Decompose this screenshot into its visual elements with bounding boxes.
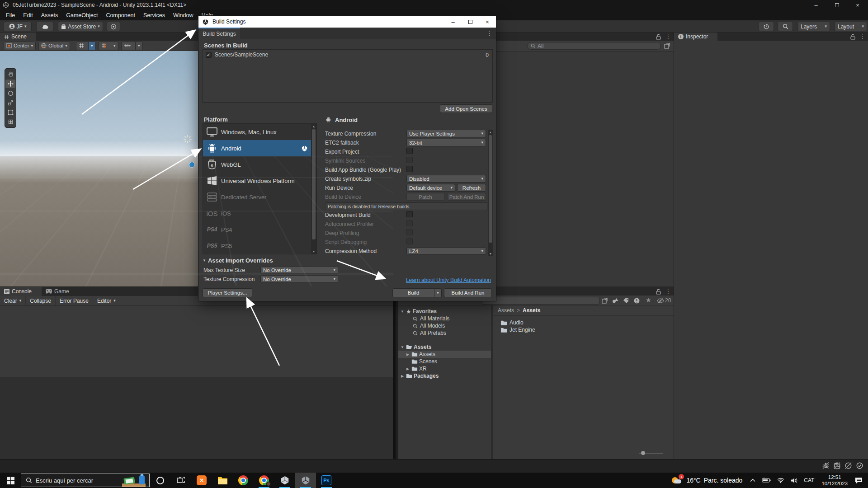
pane-menu-icon[interactable]: ⋮ xyxy=(665,288,671,295)
development-build-checkbox[interactable] xyxy=(406,211,413,217)
directional-light-gizmo[interactable] xyxy=(183,135,192,144)
wifi-icon[interactable] xyxy=(774,478,788,483)
tree-item-favorites[interactable]: ▼ ★ Favorites xyxy=(398,308,491,315)
tree-item-packages[interactable]: ▶ Packages xyxy=(398,372,491,380)
platform-item-windows[interactable]: Windows, Mac, Linux xyxy=(203,124,311,140)
volume-icon[interactable] xyxy=(788,478,801,483)
platform-item-android[interactable]: Android xyxy=(203,140,311,156)
platform-item-ios[interactable]: iOS iOS xyxy=(203,205,311,221)
pane-menu-icon[interactable]: ⋮ xyxy=(665,33,671,40)
weather-widget[interactable]: 1 16°C Parc. soleado xyxy=(667,475,747,485)
log-filter-icon[interactable] xyxy=(634,298,640,304)
rect-tool-button[interactable] xyxy=(5,108,15,117)
battery-icon[interactable] xyxy=(759,478,774,483)
console-error-pause-button[interactable]: Error Pause xyxy=(56,296,93,305)
unlock-icon[interactable] xyxy=(850,34,855,40)
override-texture-compression-dropdown[interactable]: No Override▾ xyxy=(260,275,338,283)
build-button[interactable]: Build xyxy=(392,288,434,297)
menu-window[interactable]: Window xyxy=(169,11,197,20)
export-project-checkbox[interactable] xyxy=(406,148,413,154)
unlock-icon[interactable] xyxy=(656,289,661,295)
tree-item-all-models[interactable]: All Models xyxy=(398,322,491,329)
hidden-items-count[interactable]: 20 xyxy=(657,297,671,304)
filter-by-type-icon[interactable] xyxy=(612,298,618,304)
dialog-close-icon[interactable]: × xyxy=(479,16,496,28)
dialog-titlebar[interactable]: Build Settings – × xyxy=(198,16,496,28)
asset-import-overrides-header[interactable]: ▼ Asset Import Overrides xyxy=(203,257,273,264)
menu-edit[interactable]: Edit xyxy=(19,11,37,20)
tree-item-all-materials[interactable]: All Materials xyxy=(398,315,491,322)
run-device-dropdown[interactable]: Default device▾ xyxy=(406,184,455,192)
build-options-arrow[interactable]: ▾ xyxy=(434,288,442,297)
menu-assets[interactable]: Assets xyxy=(37,11,62,20)
tree-item-assets-root[interactable]: ▼ Assets xyxy=(398,343,491,351)
chrome-button[interactable] xyxy=(233,473,254,488)
file-explorer-button[interactable] xyxy=(212,473,233,488)
build-automation-link[interactable]: Learn about Unity Build Automation xyxy=(406,277,491,283)
unity-hub-taskbar-button[interactable] xyxy=(274,473,295,488)
folder-item-jet-engine[interactable]: Jet Engine xyxy=(500,327,535,333)
scale-tool-button[interactable] xyxy=(5,99,15,107)
platform-item-uwp[interactable]: Universal Windows Platform xyxy=(203,173,311,189)
favorites-filter-icon[interactable]: ★ xyxy=(646,296,651,304)
dialog-minimize-icon[interactable]: – xyxy=(444,16,462,28)
debugger-status-icon[interactable] xyxy=(822,462,830,469)
dialog-maximize-icon[interactable] xyxy=(462,16,479,28)
breadcrumb-root[interactable]: Assets xyxy=(498,307,514,314)
menu-component[interactable]: Component xyxy=(102,11,139,20)
unlock-icon[interactable] xyxy=(656,34,661,40)
build-and-run-button[interactable]: Build And Run xyxy=(444,288,492,297)
notification-center-button[interactable] xyxy=(852,477,868,484)
platform-item-ps5[interactable]: PS5 PS5 xyxy=(203,238,311,254)
layout-dropdown[interactable]: Layout▾ xyxy=(835,22,867,31)
photoshop-button[interactable]: Ps xyxy=(316,473,337,488)
keyboard-layout[interactable]: CAT xyxy=(801,477,817,483)
create-symbols-dropdown[interactable]: Disabled▾ xyxy=(406,175,486,183)
tab-inspector[interactable]: i Inspector xyxy=(674,33,717,41)
platform-item-ps4[interactable]: PS4 PS4 xyxy=(203,221,311,238)
tray-chevron-icon[interactable] xyxy=(747,479,759,482)
cache-server-status-icon[interactable] xyxy=(833,462,841,469)
console-editor-dropdown[interactable]: Editor▾ xyxy=(93,296,120,305)
rotate-tool-button[interactable] xyxy=(5,89,15,98)
maximize-icon[interactable] xyxy=(826,0,847,10)
view-tool-button[interactable] xyxy=(5,70,15,79)
layers-dropdown[interactable]: Layers▾ xyxy=(797,22,830,31)
max-texture-size-dropdown[interactable]: No Override▾ xyxy=(260,266,338,274)
build-app-bundle-checkbox[interactable] xyxy=(406,166,413,172)
tree-item-scenes[interactable]: Scenes xyxy=(398,358,491,365)
player-settings-button[interactable]: Player Settings... xyxy=(203,288,252,297)
dialog-menu-icon[interactable]: ⋮ xyxy=(487,30,492,37)
dialog-tab[interactable]: Build Settings xyxy=(198,28,240,39)
account-button[interactable]: JF▾ xyxy=(4,22,32,31)
taskbar-clock[interactable]: 12:51 10/12/2023 xyxy=(817,474,852,487)
scene-list-item[interactable]: ✓ Scenes/SampleScene xyxy=(206,52,268,58)
chrome-profile-button[interactable] xyxy=(254,473,274,488)
folder-item-audio[interactable]: Audio xyxy=(500,319,524,326)
texture-compression-dropdown[interactable]: Use Player Settings▾ xyxy=(406,130,486,137)
grid-visibility-button[interactable]: ▾ xyxy=(76,42,96,50)
close-icon[interactable]: × xyxy=(847,0,868,10)
console-collapse-button[interactable]: Collapse xyxy=(26,296,56,305)
search-everywhere-button[interactable] xyxy=(778,22,793,31)
compression-method-dropdown[interactable]: LZ4▾ xyxy=(406,247,486,255)
platform-scrollbar[interactable]: ▲ ▼ xyxy=(311,124,316,254)
taskbar-search-input[interactable]: Escriu aquí per cercar xyxy=(21,474,150,487)
hierarchy-search-input[interactable]: All xyxy=(527,42,661,50)
filter-by-label-icon[interactable] xyxy=(623,298,629,304)
pane-menu-icon[interactable]: ⋮ xyxy=(860,33,865,40)
background-tasks-status-icon[interactable] xyxy=(856,462,863,469)
platform-item-dedicated-server[interactable]: Dedicated Server xyxy=(203,189,311,205)
tree-item-xr[interactable]: ▶ XR xyxy=(398,365,491,372)
cloud-button[interactable] xyxy=(36,22,53,31)
etc2-fallback-dropdown[interactable]: 32-bit▾ xyxy=(406,139,486,146)
build-split-button[interactable]: Build ▾ xyxy=(392,288,442,297)
platform-item-webgl[interactable]: HTML5 WebGL xyxy=(203,156,311,173)
tool-orientation-button[interactable]: Global▾ xyxy=(38,42,70,50)
icon-size-slider[interactable] xyxy=(639,451,663,455)
settings-scrollbar[interactable]: ▲ ▼ xyxy=(488,130,493,256)
scene-checkbox[interactable]: ✓ xyxy=(206,52,212,58)
cortana-button[interactable] xyxy=(150,473,170,488)
open-in-window-icon[interactable] xyxy=(602,298,608,304)
task-view-button[interactable] xyxy=(170,473,191,488)
